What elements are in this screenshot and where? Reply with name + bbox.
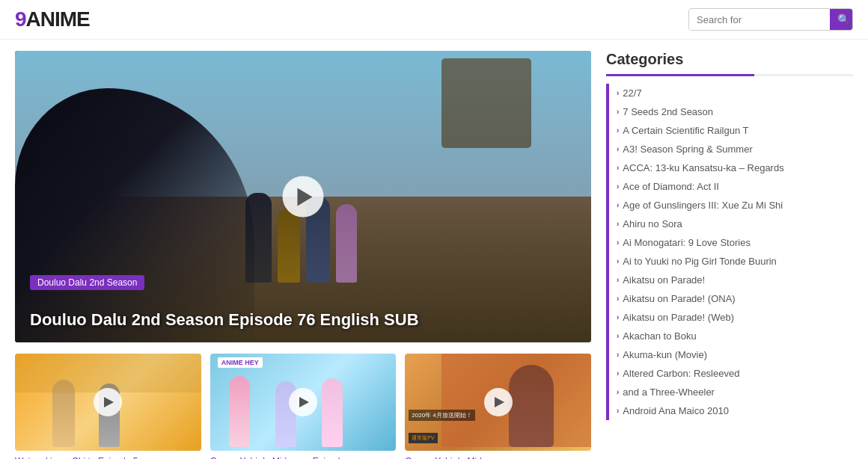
categories-title: Categories	[606, 51, 853, 68]
cat-arrow: ›	[617, 89, 619, 97]
cat-arrow: ›	[617, 407, 619, 415]
sidebar: Categories ›22/7›7 Seeds 2nd Season›A Ce…	[606, 51, 853, 459]
thumb-label-1: Watanuki-san Chi to Episode 5	[15, 455, 201, 459]
category-item-6[interactable]: ›Age of Gunslingers III: Xue Zu Mi Shi	[609, 196, 853, 215]
logo-anime: ANIME	[26, 7, 90, 31]
thumb-image-3: 通常版PV 2020年 4月放送開始！	[405, 354, 591, 451]
cat-arrow: ›	[617, 313, 619, 321]
category-item-10[interactable]: ›Aikatsu on Parade!	[609, 271, 853, 289]
thumb-image-2: ANIME HEY	[210, 354, 397, 451]
thumb-item-1[interactable]: Watanuki-san Chi to Episode 5	[15, 354, 201, 459]
cat-arrow: ›	[617, 126, 619, 135]
cat-label: Akuma-kun (Movie)	[623, 349, 707, 360]
cat-arrow: ›	[617, 295, 619, 303]
category-item-11[interactable]: ›Aikatsu on Parade! (ONA)	[609, 289, 853, 308]
cat-label: Aikatsu on Parade!	[623, 274, 705, 286]
search-input[interactable]	[689, 10, 830, 30]
category-item-2[interactable]: ›A Certain Scientific Railgun T	[609, 121, 853, 140]
cat-arrow: ›	[617, 369, 619, 378]
categories-divider	[606, 74, 853, 76]
cat-arrow: ›	[617, 388, 619, 396]
cat-label: Android Ana Maico 2010	[623, 405, 729, 416]
thumb-play-1[interactable]	[94, 388, 122, 416]
logo[interactable]: 9ANIME	[15, 7, 90, 31]
cat-label: 7 Seeds 2nd Season	[623, 106, 713, 117]
cat-label: Altered Carbon: Resleeved	[623, 368, 739, 379]
cat-label: A Certain Scientific Railgun T	[623, 125, 748, 136]
cat-arrow: ›	[617, 145, 619, 153]
search-container: 🔍	[688, 8, 853, 31]
cat-arrow: ›	[617, 164, 619, 172]
hero-title: Douluo Dalu 2nd Season Episode 76 Englis…	[30, 309, 419, 331]
thumb-play-icon-3	[495, 397, 504, 407]
cat-label: Aikatsu on Parade! (ONA)	[623, 293, 735, 304]
cat-arrow: ›	[617, 332, 619, 340]
category-item-0[interactable]: ›22/7	[609, 84, 853, 102]
thumb-play-2[interactable]	[289, 388, 317, 416]
cat-label: A3! Season Spring & Summer	[623, 144, 752, 155]
thumb-label-2: Ore no Yubi de Midarero. Episode	[210, 455, 397, 459]
logo-nine: 9	[15, 7, 26, 31]
cat-label: Ai Monogatari: 9 Love Stories	[623, 237, 751, 248]
thumb-play-3[interactable]	[484, 388, 513, 416]
category-item-13[interactable]: ›Akachan to Boku	[609, 327, 853, 345]
cat-arrow: ›	[617, 351, 619, 359]
cat-label: and a Three-Wheeler	[623, 386, 715, 398]
category-item-5[interactable]: ›Ace of Diamond: Act II	[609, 177, 853, 196]
category-item-9[interactable]: ›Ai to Yuuki no Pig Girl Tonde Buurin	[609, 252, 853, 271]
cat-arrow: ›	[617, 182, 619, 191]
hero-play-button[interactable]	[283, 176, 324, 218]
cat-label: Age of Gunslingers III: Xue Zu Mi Shi	[623, 200, 783, 211]
categories-list: ›22/7›7 Seeds 2nd Season›A Certain Scien…	[606, 84, 853, 420]
category-item-15[interactable]: ›Altered Carbon: Resleeved	[609, 364, 853, 383]
cat-label: 22/7	[623, 87, 641, 99]
cat-arrow: ›	[617, 257, 619, 265]
cat-label: ACCA: 13-ku Kansatsu-ka – Regards	[623, 162, 783, 173]
thumb-item-2[interactable]: ANIME HEY Ore no Yubi de Midarero. Episo…	[210, 354, 397, 459]
category-item-4[interactable]: ›ACCA: 13-ku Kansatsu-ka – Regards	[609, 158, 853, 177]
thumb-play-icon-2	[299, 397, 309, 407]
header: 9ANIME 🔍	[0, 0, 868, 40]
hero-section[interactable]: Douluo Dalu 2nd Season Douluo Dalu 2nd S…	[15, 51, 591, 342]
cat-label: Ace of Diamond: Act II	[623, 181, 719, 192]
category-item-17[interactable]: ›Android Ana Maico 2010	[609, 401, 853, 420]
cat-label: Ai to Yuuki no Pig Girl Tonde Buurin	[623, 256, 776, 267]
cat-arrow: ›	[617, 108, 619, 116]
thumb-item-3[interactable]: 通常版PV 2020年 4月放送開始！ Ore no Yubi de Midar…	[405, 354, 591, 459]
cat-arrow: ›	[617, 220, 619, 228]
cat-label: Akachan to Boku	[623, 330, 696, 342]
thumb-image-1	[15, 354, 201, 451]
play-icon	[297, 188, 312, 206]
thumbnail-grid: Watanuki-san Chi to Episode 5 ANIME HEY …	[15, 354, 591, 459]
category-item-3[interactable]: ›A3! Season Spring & Summer	[609, 140, 853, 158]
category-item-12[interactable]: ›Aikatsu on Parade! (Web)	[609, 308, 853, 327]
cat-label: Aikatsu on Parade! (Web)	[623, 312, 734, 323]
thumb-play-icon-1	[104, 397, 114, 407]
thumb-label-3: Ore no Yubi de Midarero.	[405, 455, 591, 459]
cat-arrow: ›	[617, 238, 619, 247]
category-item-14[interactable]: ›Akuma-kun (Movie)	[609, 345, 853, 364]
hero-tag: Douluo Dalu 2nd Season	[30, 275, 144, 290]
content-area: Douluo Dalu 2nd Season Douluo Dalu 2nd S…	[15, 51, 591, 459]
search-button[interactable]: 🔍	[830, 9, 853, 30]
main-container: Douluo Dalu 2nd Season Douluo Dalu 2nd S…	[0, 40, 868, 459]
category-item-7[interactable]: ›Ahiru no Sora	[609, 215, 853, 233]
category-item-8[interactable]: ›Ai Monogatari: 9 Love Stories	[609, 233, 853, 252]
cat-arrow: ›	[617, 276, 619, 284]
category-item-1[interactable]: ›7 Seeds 2nd Season	[609, 102, 853, 121]
cat-label: Ahiru no Sora	[623, 218, 682, 230]
cat-arrow: ›	[617, 201, 619, 209]
category-item-16[interactable]: ›and a Three-Wheeler	[609, 383, 853, 401]
